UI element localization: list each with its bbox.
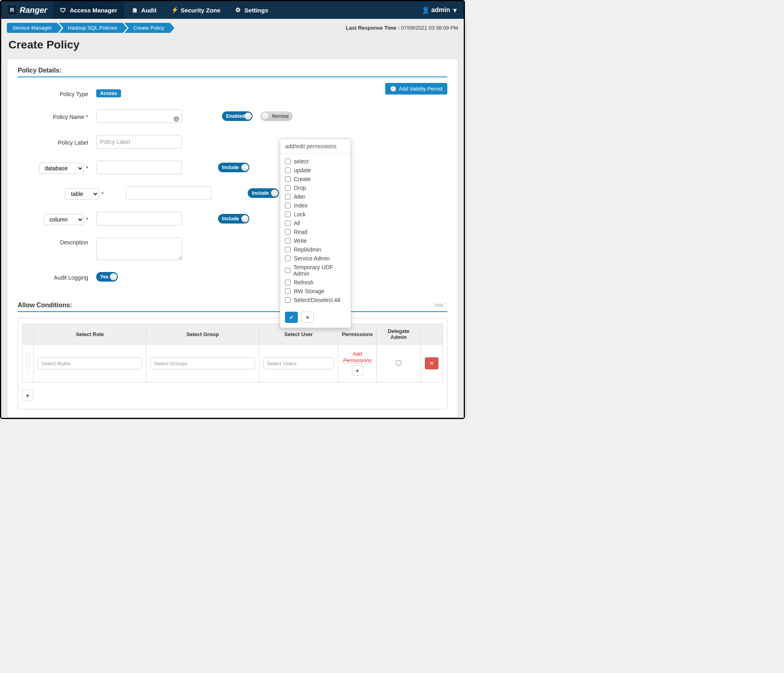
permission-option[interactable]: Drop — [285, 183, 346, 192]
nav-security-zone[interactable]: ⚡ Security Zone — [164, 1, 228, 19]
permission-option[interactable]: RW Storage — [285, 287, 346, 296]
policy-details-heading: Policy Details: — [18, 67, 447, 77]
col-group: Select Group — [146, 324, 259, 345]
resource-column-select[interactable]: column — [44, 214, 84, 225]
policy-type-badge: Access — [96, 89, 121, 97]
last-response-label: Last Response Time : — [346, 25, 400, 31]
user-menu[interactable]: 👤 admin ▾ — [414, 1, 464, 19]
nav-access-manager[interactable]: 🛡 Access Manager — [53, 1, 124, 19]
permission-checkbox[interactable] — [285, 238, 291, 244]
add-validity-period-button[interactable]: 🕘 Add Validity Period — [385, 83, 447, 95]
col-actions — [421, 324, 443, 345]
gear-icon: ⚙ — [235, 6, 241, 14]
select-users-input[interactable]: Select Users — [263, 357, 334, 369]
permission-option[interactable]: Lock — [285, 210, 346, 219]
description-textarea[interactable] — [96, 238, 182, 260]
delete-row-button[interactable]: ✕ — [425, 357, 438, 369]
policy-label-input[interactable]: Policy Label — [96, 135, 182, 149]
add-permissions-link[interactable]: Add Permissions — [342, 351, 372, 364]
nav-audit[interactable]: 🗎 Audit — [124, 1, 164, 19]
audit-logging-label: Audit Logging — [18, 273, 88, 281]
permission-checkbox[interactable] — [285, 229, 291, 235]
top-nav: R Ranger 🛡 Access Manager 🗎 Audit ⚡ Secu… — [1, 1, 464, 19]
database-include-label: Include — [220, 165, 241, 170]
permission-option[interactable]: ReplAdmin — [285, 245, 346, 254]
permission-label: Alter — [294, 193, 305, 200]
resource-database-select[interactable]: database — [39, 163, 84, 174]
permission-label: Select/Deselect All — [294, 297, 340, 303]
nav-settings[interactable]: ⚙ Settings — [228, 1, 275, 19]
policy-type-label: Policy Type — [18, 89, 88, 97]
permission-label: ReplAdmin — [294, 246, 321, 253]
permission-option[interactable]: Read — [285, 228, 346, 236]
override-toggle[interactable]: Normal — [261, 111, 293, 121]
drag-handle[interactable] — [22, 345, 34, 383]
permission-checkbox[interactable] — [285, 159, 291, 164]
permission-option[interactable]: Create — [285, 175, 346, 183]
permission-checkbox[interactable] — [285, 194, 291, 199]
scrollbar[interactable] — [466, 18, 471, 419]
policy-name-input[interactable]: i — [96, 109, 182, 123]
delegate-admin-checkbox[interactable] — [396, 360, 401, 365]
column-include-toggle[interactable]: Include — [218, 214, 249, 224]
col-role: Select Role — [34, 324, 146, 345]
crumb-hadoop-sql[interactable]: Hadoop SQL Policies — [59, 23, 123, 33]
permission-checkbox[interactable] — [285, 220, 291, 226]
allow-conditions-table: Select Role Select Group Select User Per… — [22, 324, 443, 383]
select-roles-input[interactable]: Select Roles — [38, 357, 142, 369]
permission-checkbox[interactable] — [285, 176, 291, 182]
permission-option[interactable]: Service Admin — [285, 254, 346, 263]
permission-option[interactable]: Select/Deselect All — [285, 296, 346, 304]
drag-col-header — [22, 324, 34, 345]
enabled-toggle[interactable]: Enabled — [222, 111, 253, 121]
permission-label: Index — [294, 202, 307, 209]
add-condition-row-button[interactable]: + — [22, 390, 33, 401]
permissions-confirm-button[interactable]: ✔ — [285, 312, 298, 323]
table-input[interactable] — [126, 186, 212, 200]
select-groups-input[interactable]: Select Groups — [150, 357, 255, 369]
bolt-icon: ⚡ — [171, 6, 178, 14]
brand-logo: R Ranger — [1, 1, 53, 19]
permission-option[interactable]: Temporary UDF Admin — [285, 263, 346, 278]
hide-conditions-link[interactable]: hide ˄ — [434, 302, 447, 308]
permission-checkbox[interactable] — [285, 247, 291, 252]
permission-label: Read — [294, 229, 307, 235]
caret-down-icon: ▾ — [453, 6, 457, 14]
policy-panel: Policy Details: Policy Type Access Polic… — [7, 58, 458, 418]
permission-option[interactable]: All — [285, 219, 346, 228]
permission-option[interactable]: select — [285, 157, 346, 166]
database-input[interactable] — [96, 161, 182, 174]
permission-checkbox[interactable] — [285, 212, 291, 217]
crumb-create-policy[interactable]: Create Policy — [124, 23, 170, 33]
column-input[interactable] — [96, 212, 182, 226]
table-include-toggle[interactable]: Include — [248, 188, 279, 198]
permission-checkbox[interactable] — [285, 167, 291, 173]
allow-conditions-label: Allow Conditions: — [18, 302, 72, 309]
permission-option[interactable]: Refresh — [285, 278, 346, 287]
permission-checkbox[interactable] — [285, 297, 291, 303]
permissions-popover-title: add/edit permissions — [280, 139, 351, 154]
info-icon[interactable]: i — [174, 116, 179, 122]
permission-checkbox[interactable] — [285, 280, 291, 285]
col-delegate: Delegate Admin — [377, 324, 421, 345]
permissions-cancel-button[interactable]: ✕ — [301, 312, 314, 323]
database-include-toggle[interactable]: Include — [218, 163, 249, 172]
permission-checkbox[interactable] — [285, 256, 291, 261]
policy-details-label: Policy Details: — [18, 67, 61, 74]
permission-checkbox[interactable] — [285, 185, 291, 191]
permission-option[interactable]: Write — [285, 236, 346, 245]
permission-option[interactable]: Index — [285, 201, 346, 210]
permission-checkbox[interactable] — [285, 268, 290, 273]
permission-checkbox[interactable] — [285, 203, 291, 208]
audit-logging-toggle[interactable]: Yes — [96, 272, 118, 282]
permission-option[interactable]: Alter — [285, 192, 346, 201]
resource-table-select[interactable]: table — [65, 188, 99, 199]
permission-checkbox[interactable] — [285, 288, 291, 294]
permission-option[interactable]: update — [285, 166, 346, 175]
permission-label: Temporary UDF Admin — [293, 264, 346, 277]
nav-security-zone-label: Security Zone — [181, 7, 220, 14]
crumb-service-manager[interactable]: Service Manager — [7, 23, 57, 33]
permission-label: select — [294, 158, 309, 165]
user-icon: 👤 — [422, 6, 428, 14]
add-permission-button[interactable]: + — [352, 365, 363, 376]
